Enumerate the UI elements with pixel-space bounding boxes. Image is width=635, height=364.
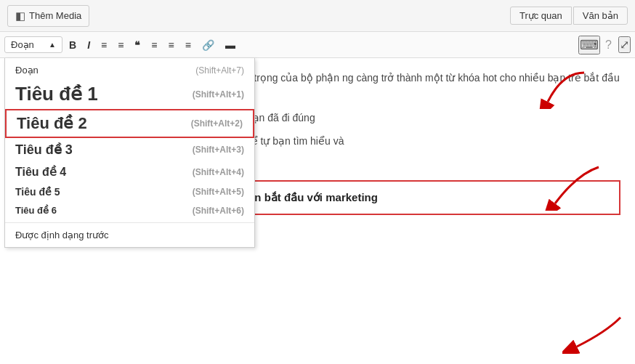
format-dropdown-menu: Đoạn (Shift+Alt+7) Tiêu đề 1 (Shift+Alt+… [4,58,255,248]
unordered-list-button[interactable]: ≡ [97,37,111,53]
format-h5-label: Tiêu đề 5 [15,186,60,198]
add-media-label: Thêm Media [29,10,81,21]
format-h2-shortcut: (Shift+Alt+2) [191,118,243,129]
format-h1-shortcut: (Shift+Alt+1) [193,89,244,100]
ordered-list-button[interactable]: ≡ [113,37,128,53]
help-button[interactable]: ? [605,39,612,52]
arrow-decoration-3 [562,310,628,354]
format-h3-item[interactable]: Tiêu đề 3 (Shift+Alt+3) [5,138,254,161]
text-view-button[interactable]: Văn bản [573,7,628,25]
dropdown-divider [5,222,254,223]
format-h6-shortcut: (Shift+Alt+6) [193,206,244,216]
align-center-button[interactable]: ≡ [164,37,179,53]
format-h1-label: Tiêu đề 1 [15,83,98,105]
top-toolbar: ◧ Thêm Media Trực quan Văn bản [0,0,635,32]
bold-button[interactable]: B [65,37,81,53]
add-media-button[interactable]: ◧ Thêm Media [7,5,89,27]
blockquote-button[interactable]: ❝ [130,37,145,53]
format-preformatted-item[interactable]: Được định dạng trước [5,226,254,244]
format-h6-item[interactable]: Tiêu đề 6 (Shift+Alt+6) [5,201,254,219]
format-toolbar: Đoạn ▲ B I ≡ ≡ ❝ ≡ ≡ ≡ 🔗 ▬ ⌨ ? ⤢ Đoạn (S… [0,32,635,58]
format-h6-label: Tiêu đề 6 [15,205,57,216]
format-h2-item[interactable]: Tiêu đề 2 (Shift+Alt+2) [5,109,254,138]
format-h4-item[interactable]: Tiêu đề 4 (Shift+Alt+4) [5,161,254,182]
format-select-label: Đoạn [11,39,34,50]
format-paragraph-item[interactable]: Đoạn (Shift+Alt+7) [5,61,254,79]
format-h1-item[interactable]: Tiêu đề 1 (Shift+Alt+1) [5,79,254,109]
format-h4-shortcut: (Shift+Alt+4) [193,167,244,177]
format-h2-label: Tiêu đề 2 [17,114,87,133]
format-h3-label: Tiêu đề 3 [15,142,73,158]
format-h5-shortcut: (Shift+Alt+5) [193,187,244,197]
format-h4-label: Tiêu đề 4 [15,165,66,179]
format-paragraph-label: Đoạn [15,65,39,76]
format-h5-item[interactable]: Tiêu đề 5 (Shift+Alt+5) [5,182,254,201]
expand-button[interactable]: ⤢ [618,36,631,53]
view-toggle: Trực quan Văn bản [510,7,628,25]
format-paragraph-shortcut: (Shift+Alt+7) [195,65,244,76]
keyboard-button[interactable]: ⌨ [578,36,600,54]
align-right-button[interactable]: ≡ [181,37,195,53]
align-left-button[interactable]: ≡ [147,37,161,53]
visual-view-button[interactable]: Trực quan [510,7,572,25]
format-preformatted-label: Được định dạng trước [15,230,109,240]
more-button[interactable]: ▬ [221,37,240,53]
format-select[interactable]: Đoạn ▲ [4,36,62,53]
dropdown-arrow-icon: ▲ [49,41,56,49]
format-h3-shortcut: (Shift+Alt+3) [193,145,244,155]
media-icon: ◧ [15,9,25,23]
link-button[interactable]: 🔗 [198,37,219,53]
italic-button[interactable]: I [83,37,94,53]
